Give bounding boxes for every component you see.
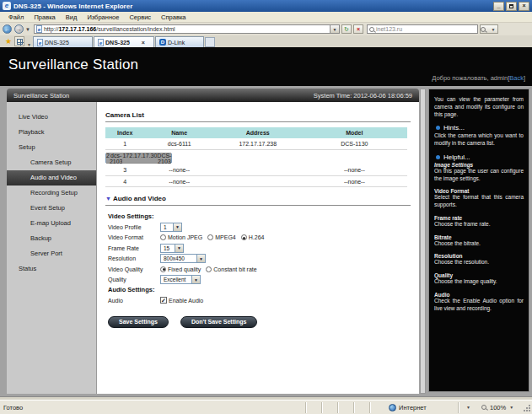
quality-select[interactable]: Excellent ▼ xyxy=(160,275,201,284)
address-dropdown-icon[interactable]: ▼ xyxy=(330,24,340,34)
security-zone: Интернет xyxy=(385,404,458,411)
tab-dlink[interactable]: D D-Link xyxy=(155,36,204,47)
bullet-icon xyxy=(436,126,440,130)
help-term: Video Format xyxy=(434,188,524,194)
radio-motion-jpeg[interactable]: Motion JPEG xyxy=(160,234,202,240)
search-options-icon[interactable]: ▼ xyxy=(489,27,497,32)
table-row[interactable]: 1 dcs-6111 172.17.17.238 DCS-1130 xyxy=(105,138,407,149)
sidebar-item-server-port[interactable]: Server Port xyxy=(7,246,96,261)
cell-name: --none-- xyxy=(145,176,214,187)
app-title: Surveillance Station xyxy=(8,56,138,73)
window-title: DNS-325 - Windows Internet Explorer xyxy=(13,3,493,10)
help-term: Frame rate xyxy=(434,215,524,221)
close-button[interactable]: × xyxy=(519,2,529,11)
select-value: 1 xyxy=(161,224,173,230)
tab-favicon: e xyxy=(37,39,43,46)
frame-rate-select[interactable]: 15 ▼ xyxy=(160,244,184,253)
video-profile-select[interactable]: 1 ▼ xyxy=(160,223,182,232)
sidebar-item-setup[interactable]: Setup xyxy=(7,140,96,155)
table-row[interactable]: 3 --none-- --none-- xyxy=(105,165,407,176)
address-bar[interactable]: e http://172.17.17.166/surveillancestati… xyxy=(34,24,330,34)
menu-tools[interactable]: Сервис xyxy=(124,13,156,21)
page-background: Surveillance Station System Time: 2012-0… xyxy=(0,86,532,396)
tab-dns-325-1[interactable]: e DNS-325 xyxy=(33,36,93,47)
cell-name: --none-- xyxy=(145,165,214,176)
cell-model: --none-- xyxy=(302,176,407,187)
search-go-button[interactable]: ▼ xyxy=(480,24,498,34)
quick-tabs-button[interactable] xyxy=(14,36,24,46)
menu-favorites[interactable]: Избранное xyxy=(82,13,124,21)
table-row-selected[interactable]: 2 dcs-2103 172.17.17.30 DCS-2103 xyxy=(105,153,172,163)
resolution-select[interactable]: 800x450 ▼ xyxy=(160,254,206,263)
table-header-row: Index Name Address Model xyxy=(105,127,407,138)
sidebar-item-emap-upload[interactable]: E-map Upload xyxy=(7,216,96,231)
radio-fixed-quality[interactable]: Fixed quality xyxy=(160,266,201,272)
cell-index: 4 xyxy=(105,176,145,187)
url-path: /surveillancestation/index.html xyxy=(96,26,175,32)
globe-icon xyxy=(389,404,396,411)
dont-save-settings-button[interactable]: Don't Save Settings xyxy=(180,316,257,328)
back-link[interactable]: Back xyxy=(509,74,524,82)
menu-help[interactable]: Справка xyxy=(156,13,191,21)
sidebar-item-audio-and-video[interactable]: Audio and Video xyxy=(7,170,96,185)
protected-mode-pane[interactable]: ▼ xyxy=(458,402,478,413)
minimize-button[interactable]: _ xyxy=(493,2,504,11)
toolbar-title: Surveillance Station xyxy=(13,92,69,99)
camera-list-table: Index Name Address Model 1 dcs-6111 172.… xyxy=(105,127,407,187)
divider xyxy=(105,121,411,122)
page-scrollbar[interactable] xyxy=(420,89,426,394)
camera-list-title: Camera List xyxy=(105,111,411,119)
status-pane xyxy=(305,402,321,413)
forward-button[interactable]: → xyxy=(14,24,24,34)
sidebar-item-status[interactable]: Status xyxy=(7,261,96,277)
radio-h264[interactable]: H.264 xyxy=(241,234,265,240)
history-dropdown-icon[interactable]: ▼ xyxy=(24,27,32,32)
section-collapse-icon[interactable]: ▼ xyxy=(105,196,111,202)
sidebar-item-camera-setup[interactable]: Camera Setup xyxy=(7,155,96,170)
status-pane xyxy=(353,402,369,413)
tab-dns-325-2[interactable]: e DNS-325 × xyxy=(94,36,154,47)
helpful-header: Helpful... xyxy=(436,153,524,161)
favorites-star-icon[interactable]: ★ xyxy=(3,36,14,47)
menu-view[interactable]: Вид xyxy=(61,13,83,21)
back-button[interactable]: ← xyxy=(3,24,12,34)
bullet-icon xyxy=(436,155,440,159)
table-row[interactable]: 4 --none-- --none-- xyxy=(105,176,407,187)
save-settings-button[interactable]: Save Settings xyxy=(108,316,169,328)
enable-audio-checkbox[interactable]: ✓Enable Audio xyxy=(160,297,203,304)
select-value: 800x450 xyxy=(161,255,196,261)
frame-rate-label: Frame Rate xyxy=(108,245,160,251)
url-scheme: http:// xyxy=(44,26,59,32)
close-tab-icon[interactable]: × xyxy=(142,40,145,46)
helpful-title: Helpful... xyxy=(443,153,470,161)
main-content: Camera List Index Name Address Model 1 d… xyxy=(97,102,419,394)
cell-index: 1 xyxy=(105,138,145,149)
sidebar-item-live-video[interactable]: Live Video xyxy=(7,110,96,125)
search-input[interactable] xyxy=(376,26,476,32)
chevron-down-icon: ▼ xyxy=(465,405,472,410)
resize-grip[interactable] xyxy=(524,402,532,413)
hints-text: Click the camera which you want to modif… xyxy=(434,132,524,148)
search-icon xyxy=(369,27,374,32)
sidebar-item-playback[interactable]: Playback xyxy=(7,125,96,140)
menu-file[interactable]: Файл xyxy=(3,13,29,21)
zone-label: Интернет xyxy=(399,404,427,411)
help-desc: Choose the image quality. xyxy=(434,278,524,286)
radio-constant-bit-rate[interactable]: Constant bit rate xyxy=(206,266,256,272)
radio-mpeg4[interactable]: MPEG4 xyxy=(207,234,236,240)
stop-button[interactable]: × xyxy=(353,24,363,34)
sidebar-item-event-setup[interactable]: Event Setup xyxy=(7,201,96,216)
refresh-button[interactable]: ↻ xyxy=(341,24,352,34)
maximize-button[interactable] xyxy=(506,2,517,11)
menu-edit[interactable]: Правка xyxy=(29,13,60,21)
quick-tabs-icon xyxy=(17,39,23,45)
zoom-control[interactable]: 100% ▼ xyxy=(478,404,522,411)
radio-icon xyxy=(206,266,212,272)
settings-form: Video Settings: Video Profile 1 ▼ Video … xyxy=(105,212,411,328)
tab-favicon: e xyxy=(98,39,104,46)
cell-name: dcs-2103 xyxy=(110,153,123,164)
sidebar-item-recording-setup[interactable]: Recording Setup xyxy=(7,185,96,201)
sidebar-item-backup[interactable]: Backup xyxy=(7,231,96,246)
new-tab-stub[interactable] xyxy=(205,37,215,47)
section-header[interactable]: ▼ Audio and Video xyxy=(105,195,411,202)
